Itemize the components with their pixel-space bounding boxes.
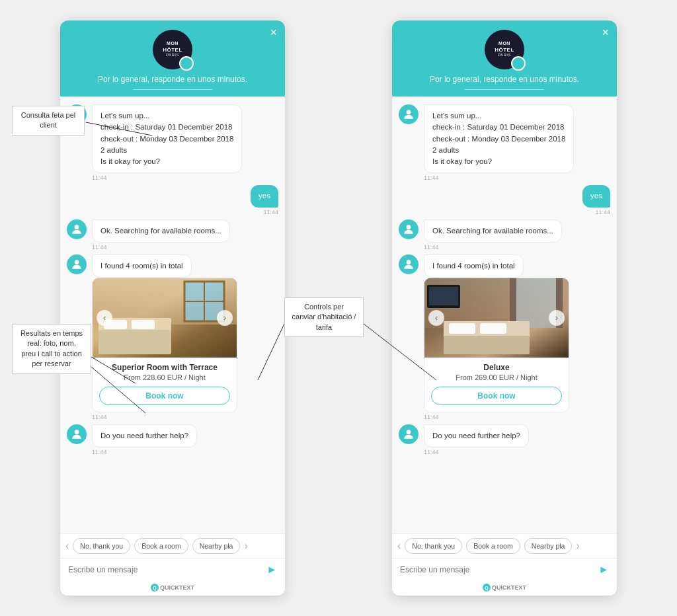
qr-nearby-1[interactable]: Nearby pla	[192, 538, 241, 554]
user-message-w2: yes	[582, 185, 610, 207]
bot-avatar-4	[67, 424, 87, 444]
qt-brand-2: QUICKTEXT	[492, 584, 526, 591]
carousel-next-2[interactable]: ›	[549, 310, 565, 326]
qt-circle-1: Q	[151, 584, 159, 592]
carousel-prev-1[interactable]: ‹	[97, 310, 112, 326]
close-button-1[interactable]: ×	[270, 26, 277, 40]
msg-time-user: 11:44	[263, 209, 278, 215]
message-row-bot2: Ok. Searching for available rooms... 11:…	[67, 219, 278, 250]
chat-widget-1: × MON HÔTEL PARIS Por lo general, respon…	[60, 20, 285, 596]
bot-avatar-2	[67, 219, 87, 239]
chat-widget-2: × MON HÔTEL PARIS Por lo general, respon…	[392, 20, 617, 596]
qt-brand-1: QUICKTEXT	[160, 584, 194, 591]
hotel-logo-2: MON HÔTEL PARIS	[485, 30, 524, 69]
qr-scroll-left-2[interactable]: ‹	[397, 540, 401, 552]
bot-avatar-w2-3	[399, 254, 418, 274]
svg-point-22	[407, 260, 411, 264]
room-card-info-1: Superior Room with Terrace From 228.60 E…	[93, 358, 237, 412]
svg-point-7	[75, 260, 79, 264]
book-now-button-1[interactable]: Book now	[99, 387, 230, 405]
msg-col-bot4-w2: Do you need further help? 11:44	[424, 424, 529, 455]
svg-rect-33	[480, 323, 506, 334]
svg-rect-29	[429, 287, 458, 305]
msg-time-bot4: 11:44	[92, 449, 107, 455]
room-name-2: Deluxe	[431, 363, 562, 372]
send-button-2[interactable]: ►	[598, 564, 609, 576]
chat-input-area-2: ►	[392, 558, 617, 581]
close-button-2[interactable]: ×	[602, 26, 609, 40]
msg-time-bot2: 11:44	[92, 244, 107, 250]
qr-no-thankyou-1[interactable]: No, thank you	[73, 538, 130, 554]
msg-col-bot2-w2: Ok. Searching for available rooms... 11:…	[424, 219, 562, 250]
qr-scroll-right-1[interactable]: ›	[244, 540, 247, 552]
room-price-1: From 228.60 EUR / Night	[99, 373, 230, 381]
user-message: yes	[251, 185, 278, 207]
quick-replies-2: ‹ No, thank you Book a room Nearby pla ›	[392, 533, 617, 558]
room-card-image-1: ‹ ›	[93, 278, 237, 358]
chat-input-1[interactable]	[68, 565, 261, 574]
subtitle-divider-1	[133, 89, 212, 90]
message-row-bot3-w2: I found 4 room(s) in total	[399, 254, 610, 420]
room-card-image-2: ‹ ›	[424, 278, 569, 358]
msg-time-bot2-w2: 11:44	[424, 244, 439, 250]
room-card-2: ‹ › Deluxe From 269.00 EUR / Night Book …	[424, 278, 569, 412]
msg-time-bot3-w2: 11:44	[424, 414, 439, 420]
hotel-logo-badge-1	[179, 56, 194, 71]
room-price-2: From 269.00 EUR / Night	[431, 373, 562, 381]
msg-col-bot2: Ok. Searching for available rooms... 11:…	[92, 219, 230, 250]
chat-footer-1: Q QUICKTEXT	[60, 581, 285, 596]
bot-message-2-w2: Ok. Searching for available rooms...	[424, 219, 562, 243]
svg-rect-34	[444, 336, 530, 354]
svg-point-35	[407, 430, 411, 434]
qr-book-room-1[interactable]: Book a room	[134, 538, 188, 554]
msg-time-w2-1: 11:44	[424, 174, 439, 181]
chat-messages-2[interactable]: Let's sum up... check-in : Saturday 01 D…	[392, 96, 617, 533]
chat-header-2: × MON HÔTEL PARIS Por lo general, respon…	[392, 20, 617, 96]
chat-subtitle-2: Por lo general, responde en unos minutos…	[430, 75, 579, 84]
book-now-button-2[interactable]: Book now	[431, 387, 562, 405]
room-name-1: Superior Room with Terrace	[99, 363, 230, 372]
qr-scroll-left-1[interactable]: ‹	[65, 540, 69, 552]
message-row-bot4-w2: Do you need further help? 11:44	[399, 424, 610, 455]
msg-col-user-w2: yes 11:44	[582, 185, 610, 215]
qr-scroll-right-2[interactable]: ›	[576, 540, 579, 552]
bot-message-3-w2: I found 4 room(s) in total	[424, 254, 524, 278]
msg-col-bot3: I found 4 room(s) in total	[92, 254, 237, 420]
message-row-user: yes 11:44	[67, 185, 278, 215]
message-row-bot4: Do you need further help? 11:44	[67, 424, 278, 455]
message-row-bot3: I found 4 room(s) in total	[67, 254, 278, 420]
quicktext-logo-1: Q QUICKTEXT	[151, 584, 194, 592]
quick-replies-1: ‹ No, thank you Book a room Nearby pla ›	[60, 533, 285, 558]
bot-message-3: I found 4 room(s) in total	[92, 254, 192, 278]
svg-point-21	[407, 225, 411, 229]
bot-message-2: Ok. Searching for available rooms...	[92, 219, 230, 243]
msg-col-w2-1: Let's sum up... check-in : Saturday 01 D…	[424, 104, 574, 181]
chat-input-2[interactable]	[400, 565, 593, 574]
send-button-1[interactable]: ►	[266, 564, 277, 576]
carousel-prev-2[interactable]: ‹	[428, 310, 444, 326]
svg-rect-17	[132, 320, 155, 329]
qr-no-thankyou-2[interactable]: No, thank you	[405, 538, 462, 554]
annotation-controls: Controls per canviar d'habitació / tarif…	[284, 297, 364, 337]
message-row-bot2-w2: Ok. Searching for available rooms... 11:…	[399, 219, 610, 250]
bot-message-4: Do you need further help?	[92, 424, 197, 447]
page-container: Consulta feta pel client Resultats en te…	[0, 0, 677, 616]
msg-col-user: yes 11:44	[251, 185, 278, 215]
qt-circle-2: Q	[483, 584, 491, 592]
chat-input-area-1: ►	[60, 558, 285, 581]
svg-rect-26	[510, 278, 516, 328]
hotel-logo-text-1: MON HÔTEL PARIS	[163, 41, 182, 58]
msg-col: Let's sum up... check-in : Saturday 01 D…	[92, 104, 242, 181]
msg-col-bot4: Do you need further help? 11:44	[92, 424, 197, 455]
svg-rect-32	[449, 323, 475, 334]
qr-nearby-2[interactable]: Nearby pla	[524, 538, 573, 554]
chat-subtitle-1: Por lo general, responde en unos minutos…	[98, 75, 247, 84]
qr-book-room-2[interactable]: Book a room	[466, 538, 520, 554]
msg-col-bot3-w2: I found 4 room(s) in total	[424, 254, 569, 420]
room-card-1: ‹ › Superior Room with Terrace From 228.…	[92, 278, 237, 412]
chat-footer-2: Q QUICKTEXT	[392, 581, 617, 596]
message-row-w2: Let's sum up... check-in : Saturday 01 D…	[399, 104, 610, 181]
bot-avatar-w2-4	[399, 424, 418, 444]
chat-messages-1[interactable]: Let's sum up... check-in : Saturday 01 D…	[60, 96, 285, 533]
carousel-next-1[interactable]: ›	[217, 310, 233, 326]
